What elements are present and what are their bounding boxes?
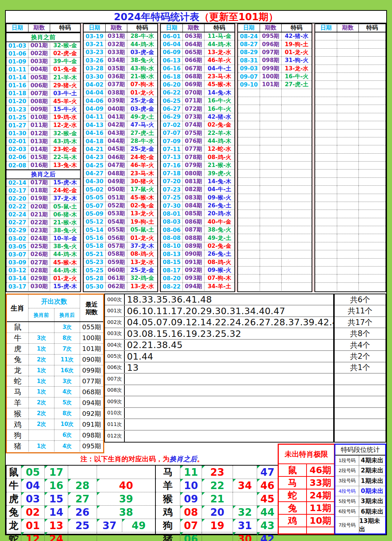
draw-period <box>337 259 358 266</box>
section-header: 换肖之后 <box>6 170 80 179</box>
draw-special-number: 12-龙-水 <box>50 122 80 129</box>
draw-date: 02-01 <box>6 138 28 145</box>
draw-special-number: 47-马-火 <box>127 121 157 129</box>
draw-date <box>238 274 260 282</box>
count-after-change: 7次 <box>54 344 80 354</box>
draw-special-number <box>358 89 386 97</box>
draw-period: 101期 <box>260 81 281 88</box>
number-cell <box>68 466 97 479</box>
draw-row: 03-12028期44-鸡-木 <box>6 267 80 275</box>
draw-special-number <box>358 242 386 250</box>
draw-date <box>238 137 260 145</box>
draw-row <box>238 186 312 194</box>
limit-row: 蛇24期 <box>279 489 334 502</box>
draw-special-number: 45-猴-木 <box>204 81 234 88</box>
segment-label: 6段号码 <box>335 507 359 516</box>
draw-special-number <box>358 267 386 274</box>
draw-row <box>315 274 386 282</box>
draw-date: 04-23 <box>84 154 105 161</box>
frequency-count-column: 共6个共11个共17个共8个共4个共2个共1个 <box>334 294 386 443</box>
draw-row <box>238 113 312 121</box>
segment-row: 5段号码3期未出 <box>335 496 385 506</box>
draw-row: 02-29023期38-兔-火 <box>6 227 80 235</box>
draw-special-number: 44-鸡-木 <box>50 251 80 258</box>
draw-period <box>260 113 281 121</box>
draw-date: 03-28 <box>84 65 105 72</box>
draw-row <box>315 105 386 113</box>
draw-special-number: 44-鸡-木 <box>50 267 80 274</box>
draw-period: 092期 <box>182 267 204 274</box>
draw-row: 08-29097期01-龙-火 <box>238 49 312 57</box>
draw-row: 03-21032期44-鸡-木 <box>84 40 157 48</box>
frequency-count: 共11个 <box>335 305 386 317</box>
col-header-period: 期数 <box>28 24 50 32</box>
draw-period: 046期 <box>105 154 127 161</box>
limit-zodiac: 鸡 <box>279 515 306 527</box>
draw-row <box>315 186 386 194</box>
draw-special-number: 32-鸡-金 <box>127 274 157 282</box>
draw-date: 02-24 <box>6 211 28 219</box>
draw-special-number <box>358 154 386 161</box>
draw-special-number: 44-鸡-木 <box>204 40 234 48</box>
draw-period: 032期 <box>105 40 127 48</box>
draw-special-number: 13-龙-水 <box>281 65 312 72</box>
draw-special-number <box>358 210 386 217</box>
draw-date: 04-27 <box>84 170 105 177</box>
draw-row <box>238 162 312 170</box>
draw-date: 05-18 <box>84 242 105 250</box>
draw-row: 01-25010期19-鸡-水 <box>6 114 80 122</box>
frequency-label: 005次 <box>105 351 125 361</box>
draw-period <box>337 57 358 64</box>
draw-date: 07-30 <box>161 202 182 210</box>
title-suffix: （更新至101期） <box>199 10 278 23</box>
draw-date: 04-09 <box>84 105 105 113</box>
group-header: 日期 期数 特码 <box>238 24 312 32</box>
draw-period: 029期 <box>28 275 50 282</box>
draw-date: 02-27 <box>6 219 28 226</box>
draw-special-number: 08-鸡-火 <box>127 250 157 258</box>
draw-special-number <box>358 32 386 40</box>
draw-special-number: 13-龙-水 <box>127 259 157 266</box>
draw-period: 094期 <box>182 283 204 291</box>
draw-special-number: 40-牛-金 <box>204 218 234 226</box>
draw-period: 070期 <box>182 89 204 97</box>
number-cell: 10 <box>180 479 202 492</box>
draw-row: 01-27011期12-龙-水 <box>6 122 80 129</box>
bottom-number-row: 羊10223446 <box>156 479 278 492</box>
draw-special-number <box>358 81 386 88</box>
draw-row: 08-22094期34-羊-土 <box>161 283 234 291</box>
number-cell: 11 <box>180 466 202 479</box>
draw-special-number: 37-龙-木 <box>50 195 80 202</box>
draw-date <box>315 65 337 72</box>
draw-period <box>260 170 281 177</box>
draw-date: 08-22 <box>161 283 182 291</box>
draw-row: 02-20019期37-龙-木 <box>6 195 80 203</box>
draw-period: 006期 <box>28 82 50 89</box>
draw-special-number: 08-鸡-火 <box>204 259 234 266</box>
frequency-label: 003次 <box>105 328 125 339</box>
draw-special-number <box>358 49 386 56</box>
bottom-number-row: 鼠0517 <box>6 466 155 479</box>
draw-period: 040期 <box>105 105 127 113</box>
frequency-label: 011次 <box>105 419 125 430</box>
draw-special-number: 21-猴-水 <box>204 162 234 169</box>
draw-row: 04-16043期27-虎-土 <box>84 129 157 137</box>
draw-date <box>315 73 337 80</box>
draw-row <box>238 129 312 137</box>
segment-label: 2段号码 <box>335 466 359 475</box>
zodiac-stats-row: 猪1次4次095期 <box>7 441 103 452</box>
frequency-count: 共4个 <box>335 340 386 351</box>
header-zodiac: 生肖 <box>7 295 28 322</box>
segment-value: 2期未出 <box>359 466 385 475</box>
frequency-row: 005次01.44 <box>105 351 333 362</box>
segment-label: 3段号码 <box>335 476 359 486</box>
draw-period <box>337 40 358 48</box>
segment-value: 3期未出 <box>359 496 385 506</box>
draw-row: 08-03086期40-牛-金 <box>161 218 234 226</box>
draw-row: 04-09040期03-虎-金 <box>84 105 157 113</box>
draw-row <box>315 267 386 274</box>
zodiac-name: 鼠 <box>6 466 21 479</box>
draw-date: 02-14 <box>6 179 28 186</box>
segment-value: 6期未出 <box>359 507 385 516</box>
limit-periods: 11期 <box>306 502 334 514</box>
